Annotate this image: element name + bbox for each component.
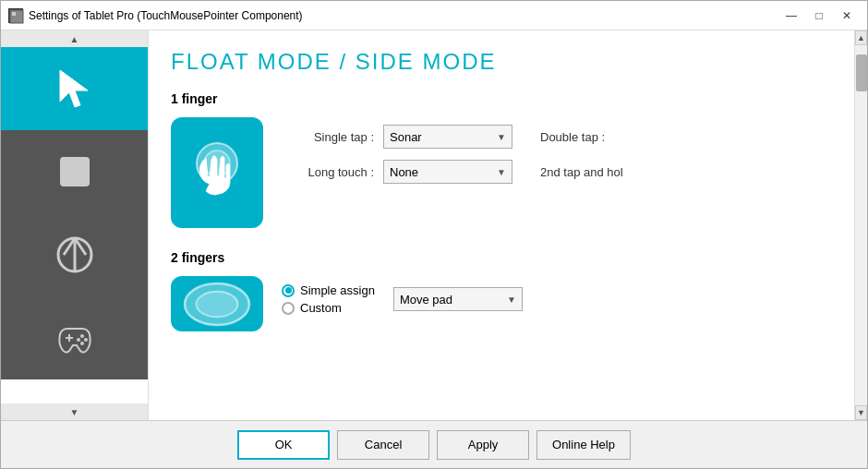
second-tap-label: 2nd tap and hol [540,165,623,179]
scrollbar-track [855,45,867,405]
pen-icon [53,233,97,277]
content-scroll-area: FLOAT MODE / SIDE MODE 1 finger [149,30,854,420]
long-touch-dropdown[interactable]: None ▼ [383,160,512,184]
minimize-button[interactable]: — [778,6,804,26]
cancel-button[interactable]: Cancel [337,430,429,460]
sidebar-items [1,47,148,403]
one-finger-controls: Single tap : Sonar ▼ Double tap : Long t… [282,117,832,184]
ok-button[interactable]: OK [237,430,330,460]
single-tap-row: Single tap : Sonar ▼ Double tap : [282,125,832,149]
content-scrollbar: ▲ ▼ [854,30,867,420]
long-touch-row: Long touch : None ▼ 2nd tap and hol [282,160,832,184]
sidebar-item-cursor[interactable] [1,47,148,130]
svg-rect-3 [60,157,90,186]
radio-group: Simple assign Custom [282,283,375,315]
close-button[interactable]: ✕ [834,6,860,26]
svg-point-13 [80,342,84,345]
two-finger-arrow: ▼ [507,295,516,305]
footer: OK Cancel Apply Online Help [1,420,867,468]
cursor-icon [53,66,97,111]
stop-icon [53,150,97,194]
double-tap-label: Double tap : [540,130,605,144]
two-finger-dropdown[interactable]: Move pad ▼ [393,287,523,311]
window-title: Settings of Tablet Pro (TouchMousePointe… [29,9,778,22]
window-icon [8,8,23,23]
two-finger-value: Move pad [400,293,452,307]
apply-button[interactable]: Apply [437,430,529,460]
page-title: FLOAT MODE / SIDE MODE [171,49,832,75]
simple-assign-radio-row[interactable]: Simple assign [282,283,375,297]
section-title-2fingers: 2 fingers [171,250,832,265]
title-bar: Settings of Tablet Pro (TouchMousePointe… [1,1,867,30]
sidebar-scroll-down[interactable]: ▼ [1,403,148,420]
scrollbar-thumb[interactable] [856,54,867,91]
sidebar-item-stop[interactable] [1,130,148,213]
svg-point-12 [77,338,80,342]
svg-point-11 [84,338,88,342]
single-tap-arrow: ▼ [497,132,506,142]
long-touch-arrow: ▼ [497,167,506,177]
long-touch-label: Long touch : [282,165,374,179]
two-finger-controls: Simple assign Custom Move pad ▼ [282,276,832,315]
one-finger-section: Single tap : Sonar ▼ Double tap : Long t… [171,117,832,228]
single-tap-label: Single tap : [282,130,374,144]
sidebar-item-pen[interactable] [1,213,148,296]
scrollbar-down-arrow[interactable]: ▼ [855,405,867,420]
two-finger-icon-box [171,276,263,331]
help-button[interactable]: Online Help [536,430,631,460]
svg-point-10 [80,334,84,338]
custom-label: Custom [300,301,342,315]
svg-marker-2 [60,70,88,107]
maximize-button[interactable]: □ [806,6,832,26]
simple-assign-radio[interactable] [282,284,295,297]
sidebar: ▲ [1,30,149,420]
one-finger-icon-box [171,117,263,228]
single-tap-value: Sonar [390,130,422,144]
content-with-scrollbar: FLOAT MODE / SIDE MODE 1 finger [149,30,867,420]
sidebar-item-gamepad[interactable] [1,296,148,379]
main-window: Settings of Tablet Pro (TouchMousePointe… [0,0,868,469]
custom-radio-row[interactable]: Custom [282,301,375,315]
svg-point-17 [197,291,238,317]
main-content: ▲ [1,30,867,420]
svg-rect-1 [12,12,16,16]
two-finger-assign-row: Simple assign Custom Move pad ▼ [282,283,832,315]
two-fingers-section: Simple assign Custom Move pad ▼ [171,276,832,331]
scrollbar-up-arrow[interactable]: ▲ [855,30,867,45]
two-finger-touch-icon [171,270,263,339]
single-tap-dropdown[interactable]: Sonar ▼ [383,125,512,149]
simple-assign-label: Simple assign [300,283,375,297]
one-finger-touch-icon [184,130,250,215]
gamepad-icon [53,316,97,360]
window-controls: — □ ✕ [778,6,860,26]
long-touch-value: None [390,165,418,179]
custom-radio[interactable] [282,302,295,315]
section-title-1finger: 1 finger [171,91,832,106]
sidebar-scroll-up[interactable]: ▲ [1,30,148,47]
